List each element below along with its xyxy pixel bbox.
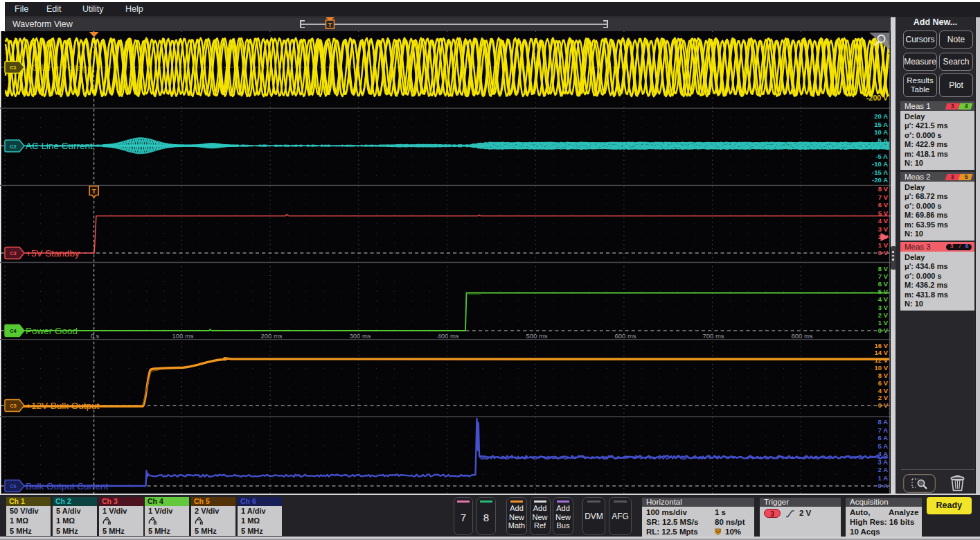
- svg-text:16 V: 16 V: [874, 342, 888, 349]
- svg-text:14 V: 14 V: [874, 349, 888, 356]
- svg-text:7 V: 7 V: [878, 193, 889, 201]
- svg-text:T: T: [328, 21, 332, 28]
- svg-text:5 A: 5 A: [878, 442, 889, 450]
- svg-text:7 A: 7 A: [878, 426, 889, 434]
- svg-text:20 A: 20 A: [874, 112, 888, 120]
- svg-text:C3: C3: [10, 250, 17, 256]
- svg-text:-5 A: -5 A: [875, 153, 888, 160]
- svg-text:10 A: 10 A: [874, 128, 888, 136]
- svg-text:4 V: 4 V: [878, 217, 889, 225]
- svg-text:4 V: 4 V: [878, 295, 889, 303]
- svg-text:6 V: 6 V: [878, 280, 889, 288]
- svg-text:C1: C1: [10, 64, 17, 71]
- svg-text:6 A: 6 A: [878, 434, 889, 442]
- svg-text:0 V: 0 V: [878, 249, 889, 256]
- svg-text:600 ms: 600 ms: [614, 332, 636, 340]
- svg-text:C6: C6: [10, 483, 17, 489]
- svg-text:200 ms: 200 ms: [260, 332, 282, 340]
- svg-text:10 V: 10 V: [874, 364, 888, 372]
- svg-text:700 ms: 700 ms: [702, 332, 724, 340]
- svg-text:300 ms: 300 ms: [349, 332, 371, 340]
- svg-text:8 V: 8 V: [878, 185, 889, 193]
- svg-text:4 V: 4 V: [878, 387, 889, 394]
- svg-text:C2: C2: [10, 143, 17, 150]
- svg-text:U: U: [716, 529, 720, 534]
- svg-text:15 A: 15 A: [874, 121, 888, 128]
- svg-text:-10 A: -10 A: [872, 160, 888, 168]
- svg-text:100 ms: 100 ms: [172, 332, 193, 340]
- svg-text:400 ms: 400 ms: [437, 332, 458, 340]
- svg-text:8 V: 8 V: [878, 372, 889, 379]
- svg-text:C4: C4: [10, 328, 17, 334]
- svg-text:8 V: 8 V: [878, 265, 889, 272]
- svg-text:2 A: 2 A: [878, 466, 889, 473]
- svg-text:1 V: 1 V: [878, 241, 889, 249]
- svg-text:12 V: 12 V: [874, 356, 888, 364]
- svg-text:-20 A: -20 A: [872, 176, 888, 184]
- svg-text:1 A: 1 A: [878, 474, 889, 482]
- svg-text:1 V: 1 V: [878, 319, 889, 326]
- svg-text:3 V: 3 V: [878, 304, 889, 311]
- svg-text:-15 A: -15 A: [872, 168, 888, 176]
- svg-text:8 A: 8 A: [878, 418, 889, 426]
- svg-text:2 V: 2 V: [878, 311, 889, 319]
- svg-text:3 V: 3 V: [878, 225, 889, 233]
- svg-text:500 ms: 500 ms: [526, 332, 547, 340]
- svg-text:0 V: 0 V: [878, 401, 889, 409]
- svg-text:5 V: 5 V: [878, 288, 889, 295]
- svg-text:6 V: 6 V: [878, 201, 889, 209]
- svg-text:T: T: [92, 187, 96, 195]
- svg-text:0 A: 0 A: [878, 482, 889, 489]
- svg-text:2 V: 2 V: [878, 394, 889, 401]
- svg-text:C5: C5: [10, 403, 17, 409]
- svg-text:6 V: 6 V: [878, 379, 889, 387]
- svg-text:0 V: 0 V: [878, 326, 889, 334]
- svg-text:7 V: 7 V: [878, 272, 889, 280]
- svg-text:0 s: 0 s: [91, 332, 100, 340]
- svg-text:800 ms: 800 ms: [791, 332, 812, 340]
